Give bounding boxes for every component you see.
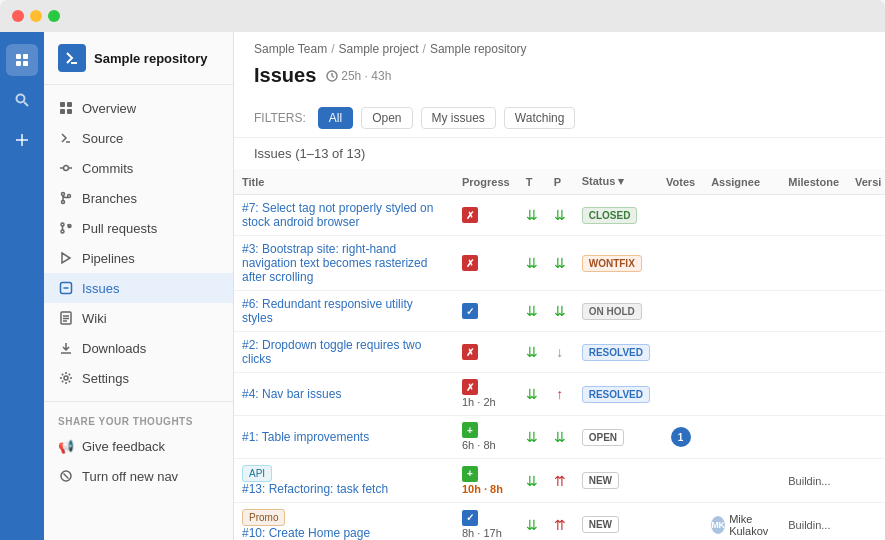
sidebar-divider [44, 401, 233, 402]
issue-version-cell [847, 291, 885, 332]
issue-priority-cell: ⇊ [546, 416, 574, 459]
issue-type-cell: ⇊ [518, 332, 546, 373]
sidebar-item-settings[interactable]: Settings [44, 363, 233, 393]
issue-version-cell [847, 459, 885, 503]
issue-milestone-cell: Buildin... [780, 459, 847, 503]
sidebar-item-source[interactable]: Source [44, 123, 233, 153]
project-sidebar: Sample repository Overview Source Commit… [44, 32, 234, 540]
sidebar-item-pull-requests[interactable]: Pull requests [44, 213, 233, 243]
issue-milestone-cell [780, 291, 847, 332]
issue-link[interactable]: #6: Redundant responsive utility styles [242, 297, 446, 325]
issue-progress-cell: + 6h · 8h [454, 416, 518, 459]
filter-my-issues-button[interactable]: My issues [421, 107, 496, 129]
svg-line-33 [64, 474, 69, 479]
issue-progress-cell: ✗ [454, 236, 518, 291]
filter-watching-button[interactable]: Watching [504, 107, 576, 129]
overview-icon [58, 100, 74, 116]
filters-bar: FILTERS: All Open My issues Watching [234, 99, 885, 138]
issue-votes-cell [658, 332, 703, 373]
nav-home-icon[interactable] [6, 44, 38, 76]
breadcrumb-repo[interactable]: Sample repository [430, 42, 527, 56]
issue-status-cell: ON HOLD [574, 291, 658, 332]
issue-version-cell [847, 373, 885, 416]
sidebar-header: Sample repository [44, 32, 233, 85]
filter-all-button[interactable]: All [318, 107, 353, 129]
sidebar-item-label: Overview [82, 101, 136, 116]
repo-icon [58, 44, 86, 72]
sidebar-item-wiki[interactable]: Wiki [44, 303, 233, 333]
sidebar-item-branches[interactable]: Branches [44, 183, 233, 213]
issue-assignee-cell [703, 236, 780, 291]
breadcrumb: Sample Team / Sample project / Sample re… [234, 32, 885, 60]
svg-line-5 [24, 102, 28, 106]
th-version: Versi [847, 169, 885, 195]
filter-open-button[interactable]: Open [361, 107, 412, 129]
issue-link[interactable]: #10: Create Home page [242, 526, 446, 540]
svg-point-17 [62, 193, 65, 196]
issue-status-cell: RESOLVED [574, 373, 658, 416]
minimize-button[interactable] [30, 10, 42, 22]
sidebar-item-commits[interactable]: Commits [44, 153, 233, 183]
sidebar-item-label: Settings [82, 371, 129, 386]
issue-progress-cell: ✓ 8h · 17h [454, 503, 518, 541]
issue-priority-cell: ⇈ [546, 503, 574, 541]
maximize-button[interactable] [48, 10, 60, 22]
issue-link[interactable]: #7: Select tag not properly styled on st… [242, 201, 446, 229]
table-row: #2: Dropdown toggle requires two clicks … [234, 332, 885, 373]
sidebar-item-downloads[interactable]: Downloads [44, 333, 233, 363]
th-title: Title [234, 169, 454, 195]
svg-rect-1 [23, 54, 28, 59]
downloads-icon [58, 340, 74, 356]
close-button[interactable] [12, 10, 24, 22]
breadcrumb-team[interactable]: Sample Team [254, 42, 327, 56]
sidebar-item-pipelines[interactable]: Pipelines [44, 243, 233, 273]
issue-link[interactable]: #4: Nav bar issues [242, 387, 446, 401]
issue-link[interactable]: #3: Bootstrap site: right-hand navigatio… [242, 242, 446, 284]
issue-status-cell: RESOLVED [574, 332, 658, 373]
issue-link[interactable]: #13: Refactoring: task fetch [242, 482, 446, 496]
svg-rect-2 [16, 61, 21, 66]
issue-version-cell [847, 503, 885, 541]
th-progress: Progress [454, 169, 518, 195]
vote-badge: 1 [671, 427, 691, 447]
commits-icon [58, 160, 74, 176]
table-row: #7: Select tag not properly styled on st… [234, 195, 885, 236]
th-status[interactable]: Status ▾ [574, 169, 658, 195]
breadcrumb-project[interactable]: Sample project [339, 42, 419, 56]
issue-type-cell: ⇊ [518, 416, 546, 459]
issue-milestone-cell [780, 195, 847, 236]
issue-assignee-cell: MKMike Kulakov [703, 503, 780, 541]
issue-title-cell: #1: Table improvements [234, 416, 454, 459]
sidebar-item-overview[interactable]: Overview [44, 93, 233, 123]
sidebar-item-issues[interactable]: Issues [44, 273, 233, 303]
source-icon [58, 130, 74, 146]
issue-progress-cell: ✓ [454, 291, 518, 332]
nav-search-icon[interactable] [6, 84, 38, 116]
issue-title-cell: API#13: Refactoring: task fetch [234, 459, 454, 503]
issue-assignee-cell [703, 291, 780, 332]
table-header: Title Progress T P Status ▾ Votes Assign… [234, 169, 885, 195]
table-row: API#13: Refactoring: task fetch + 10h · … [234, 459, 885, 503]
page-title: Issues [254, 64, 316, 87]
issue-title-cell: #2: Dropdown toggle requires two clicks [234, 332, 454, 373]
issue-milestone-cell: Buildin... [780, 503, 847, 541]
issue-type-cell: ⇊ [518, 459, 546, 503]
issue-title-cell: #4: Nav bar issues [234, 373, 454, 416]
nav-add-icon[interactable] [6, 124, 38, 156]
feedback-icon: 📢 [58, 438, 74, 454]
issue-link[interactable]: #1: Table improvements [242, 430, 446, 444]
svg-point-21 [61, 230, 64, 233]
svg-rect-0 [16, 54, 21, 59]
svg-line-36 [332, 76, 334, 78]
issue-votes-cell [658, 459, 703, 503]
issue-assignee-cell [703, 373, 780, 416]
sidebar-item-turn-off-nav[interactable]: Turn off new nav [44, 461, 233, 491]
th-t: T [518, 169, 546, 195]
issue-assignee-cell [703, 195, 780, 236]
issue-version-cell [847, 416, 885, 459]
sidebar-item-give-feedback[interactable]: 📢 Give feedback [44, 431, 233, 461]
sidebar-item-label: Downloads [82, 341, 146, 356]
svg-point-4 [17, 95, 25, 103]
branches-icon [58, 190, 74, 206]
issue-link[interactable]: #2: Dropdown toggle requires two clicks [242, 338, 446, 366]
